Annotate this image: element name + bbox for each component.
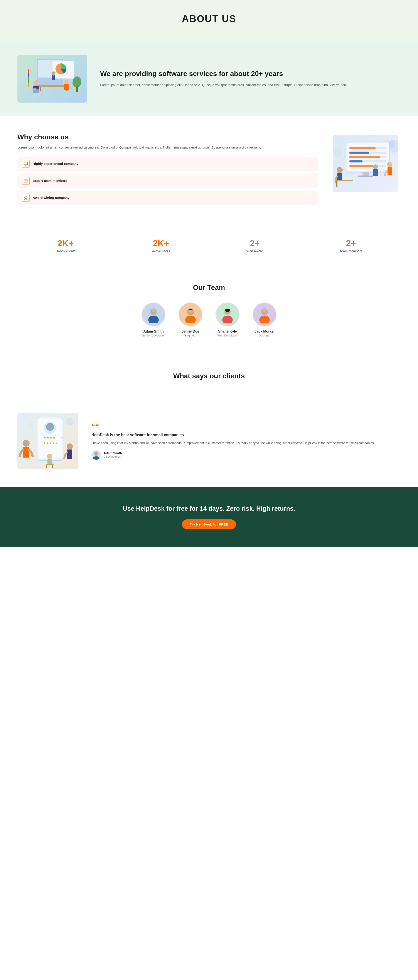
intro-text: We are providing software services for a… bbox=[100, 70, 401, 88]
team-name-adam: Adam Smith bbox=[141, 329, 165, 333]
page-title: ABOUT US bbox=[4, 13, 414, 24]
svg-rect-40 bbox=[362, 172, 369, 175]
svg-point-27 bbox=[25, 196, 27, 198]
svg-rect-8 bbox=[40, 87, 41, 91]
testimonial-title-wrapper: What says our clients bbox=[17, 372, 401, 389]
intro-description: Lorem ipsum dolor sit amet, consectetuer… bbox=[100, 82, 401, 88]
testimonial-title: HelpDesk is the best software for small … bbox=[91, 433, 401, 437]
team-grid: Adam Smith Senior Developer Jenny Doe En… bbox=[17, 302, 401, 337]
testimonial-content: ❝❝ HelpDesk is the best software for sma… bbox=[91, 422, 401, 460]
svg-rect-79 bbox=[67, 450, 72, 459]
svg-rect-47 bbox=[388, 167, 392, 175]
svg-point-63 bbox=[222, 315, 233, 323]
svg-rect-31 bbox=[350, 147, 375, 150]
svg-point-67 bbox=[259, 315, 270, 323]
svg-text:★★★★: ★★★★ bbox=[43, 436, 55, 439]
cta-button[interactable]: Try HelpDesk for FREE bbox=[182, 519, 236, 529]
team-icon bbox=[22, 177, 30, 185]
why-item-3: Award wining company bbox=[17, 191, 318, 205]
reviewer-name: Adam Smith bbox=[103, 452, 122, 455]
reviewer-info: Adam Smith CEO of Amex bbox=[103, 452, 122, 458]
svg-point-42 bbox=[337, 167, 343, 173]
team-name-jack: Jack Morkel bbox=[253, 329, 277, 333]
svg-point-68 bbox=[262, 309, 267, 312]
team-role-adam: Senior Developer bbox=[141, 334, 165, 337]
svg-text:★: ★ bbox=[60, 436, 63, 439]
cta-section: Use HelpDesk for free for 14 days. Zero … bbox=[0, 487, 418, 547]
team-member-adam: Adam Smith Senior Developer bbox=[141, 302, 165, 337]
why-left: Why choose us Lorem ipsum dolor sit amet… bbox=[17, 133, 318, 208]
stats-section: 2K+ Happy clients 2K+ Active users 2+ Wo… bbox=[0, 225, 418, 266]
team-role-jack: Designer bbox=[253, 334, 277, 337]
svg-rect-44 bbox=[335, 180, 353, 181]
svg-point-78 bbox=[67, 443, 73, 450]
svg-point-48 bbox=[373, 164, 378, 169]
svg-rect-82 bbox=[46, 464, 54, 465]
svg-point-15 bbox=[64, 80, 68, 84]
svg-point-86 bbox=[28, 423, 33, 428]
svg-rect-21 bbox=[28, 69, 29, 73]
svg-text:★★★★★: ★★★★★ bbox=[43, 441, 58, 445]
reviewer-title: CEO of Amex bbox=[103, 455, 122, 458]
experienced-icon bbox=[22, 160, 30, 168]
stat-label-3: Won Award bbox=[246, 249, 263, 253]
svg-rect-45 bbox=[336, 181, 337, 187]
testimonial-heading: What says our clients bbox=[17, 372, 401, 380]
why-right bbox=[331, 133, 401, 194]
svg-point-72 bbox=[46, 423, 54, 431]
stat-label-2: Active users bbox=[152, 249, 170, 253]
svg-rect-84 bbox=[52, 465, 53, 468]
team-heading: Our Team bbox=[17, 283, 401, 292]
testimonial-section: What says our clients ★★★★ ★ ★★★★★ bbox=[0, 355, 418, 487]
why-heading: Why choose us bbox=[17, 133, 318, 141]
award-icon bbox=[22, 194, 30, 202]
svg-rect-25 bbox=[24, 162, 28, 165]
stat-number-4: 2+ bbox=[340, 239, 362, 248]
stat-happy-clients: 2K+ Happy clients bbox=[56, 239, 76, 253]
svg-rect-22 bbox=[28, 73, 29, 78]
team-member-shane: Shane Kyle Web Developer bbox=[216, 302, 240, 337]
intro-heading: We are providing software services for a… bbox=[100, 70, 401, 78]
svg-rect-14 bbox=[33, 90, 39, 93]
why-description: Lorem ipsum dolor sit amet, consectetuer… bbox=[17, 145, 318, 150]
svg-rect-16 bbox=[64, 84, 68, 90]
intro-section: We are providing software services for a… bbox=[0, 41, 418, 116]
stat-active-users: 2K+ Active users bbox=[152, 239, 170, 253]
svg-rect-83 bbox=[46, 465, 47, 468]
stat-number-2: 2K+ bbox=[152, 239, 170, 248]
svg-point-89 bbox=[93, 456, 100, 460]
svg-point-10 bbox=[33, 80, 38, 86]
intro-illustration bbox=[17, 55, 87, 103]
svg-rect-41 bbox=[358, 175, 373, 177]
stat-number-3: 2+ bbox=[246, 239, 263, 248]
why-section: Why choose us Lorem ipsum dolor sit amet… bbox=[0, 116, 418, 225]
svg-rect-26 bbox=[24, 179, 27, 182]
stat-won-award: 2+ Won Award bbox=[246, 239, 263, 253]
why-item-2: Expert team members bbox=[17, 174, 318, 188]
svg-rect-24 bbox=[28, 83, 29, 87]
team-avatar-shane bbox=[216, 302, 240, 326]
svg-rect-12 bbox=[32, 88, 37, 89]
stat-number-1: 2K+ bbox=[56, 239, 76, 248]
cta-heading: Use HelpDesk for free for 14 days. Zero … bbox=[9, 504, 409, 513]
svg-point-88 bbox=[95, 452, 98, 455]
team-member-jack: Jack Morkel Designer bbox=[253, 302, 277, 337]
svg-point-85 bbox=[66, 417, 73, 425]
why-item-1: Highly experienced company bbox=[17, 157, 318, 171]
svg-point-46 bbox=[387, 162, 392, 167]
svg-rect-39 bbox=[350, 165, 373, 167]
svg-rect-33 bbox=[350, 151, 369, 154]
svg-point-76 bbox=[23, 440, 30, 447]
why-illustration bbox=[333, 135, 398, 192]
stat-label-1: Happy clients bbox=[56, 249, 76, 253]
reviewer-avatar bbox=[91, 450, 101, 460]
stat-team-members: 2+ Team members bbox=[340, 239, 362, 253]
why-item-2-label: Expert team members bbox=[33, 179, 67, 183]
team-role-shane: Web Developer bbox=[216, 334, 240, 337]
why-item-1-label: Highly experienced company bbox=[33, 162, 78, 165]
reviewer: Adam Smith CEO of Amex bbox=[91, 450, 401, 460]
svg-point-19 bbox=[73, 79, 78, 87]
stat-label-4: Team members bbox=[340, 249, 362, 253]
testimonial-wrapper: ★★★★ ★ ★★★★★ bbox=[17, 413, 401, 469]
svg-rect-23 bbox=[28, 78, 29, 83]
